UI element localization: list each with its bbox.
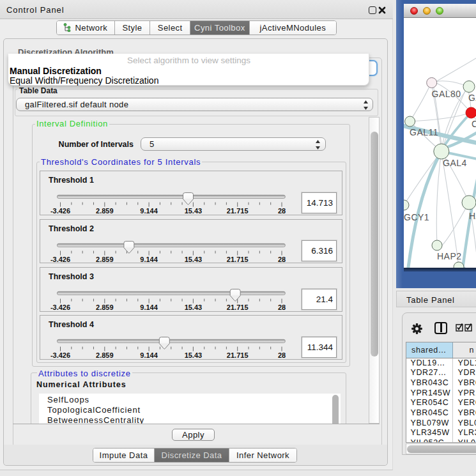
svg-text:21.715: 21.715: [227, 207, 249, 215]
svg-text:9.144: 9.144: [140, 351, 158, 359]
svg-text:15.43: 15.43: [185, 303, 203, 311]
svg-text:-3.426: -3.426: [50, 351, 70, 359]
svg-text:28: 28: [278, 351, 286, 359]
svg-text:Threshold 2: Threshold 2: [49, 224, 94, 233]
svg-text:HAP2: HAP2: [437, 251, 462, 261]
svg-text:9.144: 9.144: [140, 303, 158, 311]
svg-text:9.144: 9.144: [140, 207, 158, 215]
svg-text:C…: C…: [472, 119, 476, 129]
svg-text:21.715: 21.715: [227, 351, 249, 359]
svg-text:Threshold 1: Threshold 1: [49, 176, 94, 185]
svg-text:GAL11: GAL11: [410, 127, 438, 137]
svg-text:GCY1: GCY1: [404, 212, 429, 222]
svg-text:28: 28: [278, 303, 286, 311]
svg-text:Threshold 3: Threshold 3: [49, 272, 94, 281]
svg-text:21.715: 21.715: [227, 303, 249, 311]
svg-text:28: 28: [278, 207, 286, 215]
svg-text:15.43: 15.43: [185, 207, 203, 215]
svg-text:Threshold 4: Threshold 4: [49, 320, 94, 329]
svg-text:-3.426: -3.426: [50, 207, 70, 215]
svg-text:9.144: 9.144: [140, 255, 158, 263]
svg-text:-3.426: -3.426: [50, 303, 70, 311]
svg-text:21.715: 21.715: [227, 255, 249, 263]
svg-text:28: 28: [278, 255, 286, 263]
svg-text:15.43: 15.43: [185, 255, 203, 263]
svg-text:-3.426: -3.426: [50, 255, 70, 263]
svg-text:2.859: 2.859: [96, 303, 114, 311]
svg-text:HA: HA: [469, 211, 476, 221]
svg-text:15.43: 15.43: [185, 351, 203, 359]
svg-text:2.859: 2.859: [96, 351, 114, 359]
svg-text:2.859: 2.859: [96, 255, 114, 263]
svg-text:GAL4: GAL4: [443, 158, 467, 168]
svg-text:GA: GA: [468, 93, 476, 103]
svg-text:2.859: 2.859: [96, 207, 114, 215]
svg-text:GAL80: GAL80: [432, 89, 461, 99]
